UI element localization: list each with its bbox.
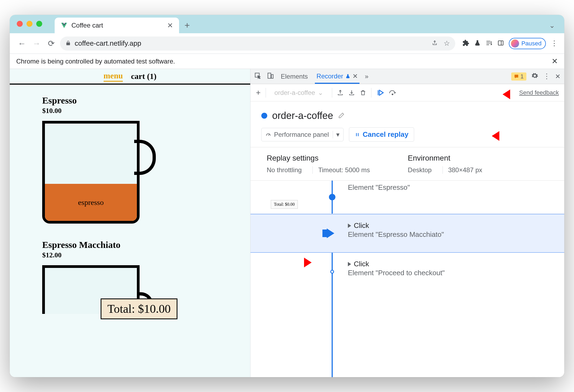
forward-button[interactable]: → — [31, 38, 42, 49]
flask-icon — [345, 74, 350, 79]
edit-name-icon[interactable] — [338, 110, 345, 121]
profile-chip[interactable]: Paused — [509, 38, 546, 49]
chevron-down-icon: ▾ — [333, 131, 339, 138]
steps-timeline: Total: $0.00 Element "Espresso" Click El… — [250, 181, 564, 377]
more-tabs-icon[interactable]: » — [365, 73, 368, 80]
recorder-settings: Replay settings No throttling Timeout: 5… — [250, 147, 564, 181]
step-target: Element "Proceed to checkout" — [348, 269, 445, 277]
recording-header: order-a-coffee Performance panel ▾ Cance… — [250, 101, 564, 147]
devtools-tabstrip: Elements Recorder ✕ » 1 ⋮ ✕ — [250, 69, 564, 84]
tabs-dropdown-icon[interactable]: ⌄ — [549, 21, 555, 30]
automation-message: Chrome is being controlled by automated … — [16, 58, 175, 65]
vue-favicon-icon — [61, 22, 68, 29]
bookmark-star-icon[interactable]: ☆ — [444, 39, 450, 48]
expand-step-icon[interactable] — [348, 262, 351, 266]
send-feedback-link[interactable]: Send feedback — [519, 89, 559, 96]
import-icon[interactable] — [348, 89, 355, 96]
close-banner-icon[interactable]: ✕ — [552, 57, 558, 66]
export-icon[interactable] — [337, 89, 344, 96]
product-name: Espresso — [42, 95, 218, 106]
tab-elements[interactable]: Elements — [279, 70, 309, 83]
recorder-toolbar: + order-a-coffee ⌄ Send feedback — [250, 84, 564, 101]
environment-label: Environment — [408, 154, 488, 162]
cancel-replay-button[interactable]: Cancel replay — [349, 127, 414, 142]
step-action: Click — [354, 221, 369, 230]
minimize-window-button[interactable] — [27, 21, 32, 27]
product-macchiato: Espresso Macchiato $12.00 Total: $10.00 — [42, 240, 218, 314]
total-badge[interactable]: Total: $10.00 — [101, 298, 177, 319]
device-value[interactable]: Desktop — [408, 166, 437, 174]
svg-point-5 — [392, 94, 393, 95]
svg-rect-4 — [271, 74, 273, 78]
step-over-icon[interactable] — [389, 89, 397, 96]
reload-button[interactable]: ⟳ — [45, 38, 57, 49]
recording-status-dot-icon — [261, 113, 267, 119]
avatar — [511, 39, 519, 48]
devtools-panel: Elements Recorder ✕ » 1 ⋮ ✕ — [250, 69, 564, 377]
browser-tab[interactable]: Coffee cart ✕ — [55, 18, 179, 33]
settings-gear-icon[interactable] — [531, 72, 538, 81]
replay-button[interactable] — [376, 89, 384, 97]
step-row[interactable]: Click Element "Proceed to checkout" — [250, 253, 564, 291]
step-action: Click — [354, 260, 369, 268]
timeline-marker-icon — [329, 194, 335, 200]
performance-panel-button[interactable]: Performance panel ▾ — [261, 128, 344, 141]
chevron-down-icon: ⌄ — [318, 89, 323, 97]
side-panel-icon[interactable] — [497, 40, 504, 47]
issues-chip[interactable]: 1 — [511, 72, 526, 81]
close-tab-icon[interactable]: ✕ — [167, 21, 173, 30]
tab-title: Coffee cart — [71, 22, 103, 29]
step-target: Element "Espresso" — [348, 183, 410, 192]
url-text: coffee-cart.netlify.app — [75, 39, 141, 48]
recording-selector[interactable]: order-a-coffee ⌄ — [271, 87, 327, 98]
close-tab-icon[interactable]: ✕ — [352, 72, 358, 80]
pause-icon — [355, 132, 360, 137]
new-tab-button[interactable]: + — [184, 20, 190, 31]
step-row-active[interactable]: Click Element "Espresso Macchiato" — [250, 214, 564, 253]
browser-menu-icon[interactable]: ⋮ — [551, 39, 558, 48]
back-button[interactable]: ← — [16, 38, 28, 49]
viewport-value[interactable]: 380×487 px — [443, 166, 488, 174]
warning-icon — [514, 74, 519, 79]
step-target: Element "Espresso Macchiato" — [348, 230, 444, 239]
recording-name: order-a-coffee — [272, 110, 333, 121]
product-name: Espresso Macchiato — [42, 240, 218, 250]
timeout-value[interactable]: Timeout: 5000 ms — [312, 166, 375, 174]
tab-recorder[interactable]: Recorder ✕ — [315, 70, 359, 84]
share-icon[interactable] — [432, 40, 438, 47]
replay-settings-label: Replay settings — [267, 154, 375, 162]
step-thumbnail: Total: $0.00 — [256, 181, 313, 209]
close-devtools-icon[interactable]: ✕ — [555, 73, 560, 80]
step-row[interactable]: Total: $0.00 Element "Espresso" — [250, 181, 564, 214]
device-toolbar-icon[interactable] — [267, 72, 274, 81]
browser-toolbar: ← → ⟳ coffee-cart.netlify.app ☆ Paused ⋮ — [10, 33, 564, 54]
timeline-marker-icon — [330, 270, 334, 274]
coffee-cup-icon[interactable]: Total: $10.00 — [42, 265, 156, 314]
media-controls-icon[interactable] — [486, 39, 493, 48]
window-controls — [17, 21, 42, 27]
nav-cart-link[interactable]: cart (1) — [131, 72, 156, 81]
inspect-element-icon[interactable] — [254, 72, 261, 81]
close-window-button[interactable] — [17, 21, 23, 27]
current-step-marker-icon — [327, 228, 334, 238]
automation-banner: Chrome is being controlled by automated … — [10, 54, 564, 69]
throttling-value[interactable]: No throttling — [267, 166, 307, 174]
extensions-icon[interactable] — [462, 39, 469, 48]
thumb-total: Total: $0.00 — [271, 200, 298, 209]
svg-rect-0 — [498, 41, 503, 45]
url-bar[interactable]: coffee-cart.netlify.app ☆ — [60, 36, 455, 51]
cup-fill-label: espresso — [45, 184, 137, 221]
coffee-cup-icon[interactable]: espresso — [42, 121, 156, 226]
nav-menu-link[interactable]: menu — [104, 71, 123, 82]
profile-status: Paused — [521, 40, 542, 47]
lock-icon — [65, 40, 71, 47]
new-recording-button[interactable]: + — [256, 88, 261, 97]
product-espresso: Espresso $10.00 espresso — [42, 95, 218, 226]
product-price: $12.00 — [42, 251, 218, 259]
maximize-window-button[interactable] — [36, 21, 42, 27]
site-nav: menu cart (1) — [10, 69, 250, 85]
delete-icon[interactable] — [360, 89, 366, 96]
devtools-menu-icon[interactable]: ⋮ — [543, 72, 550, 81]
expand-step-icon[interactable] — [348, 224, 351, 228]
labs-flask-icon[interactable] — [474, 40, 481, 47]
